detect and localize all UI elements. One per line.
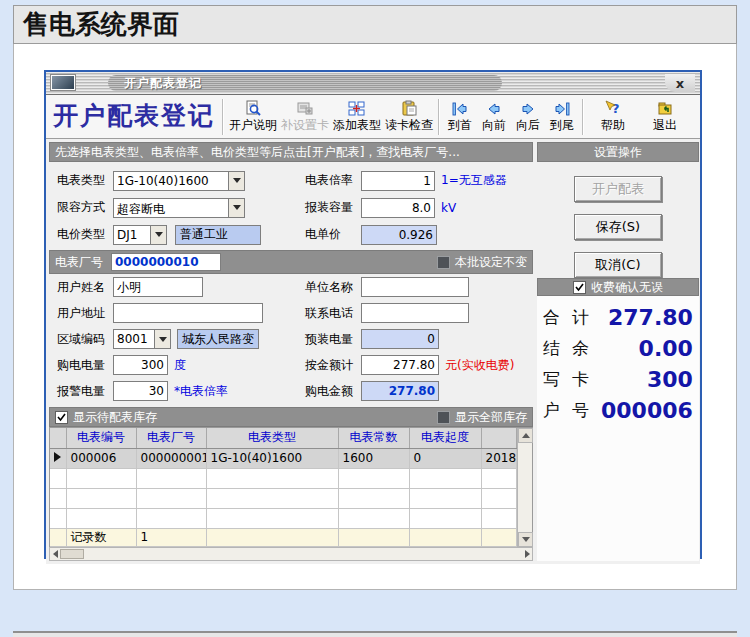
form-row: 报警电量 30 *电表倍率 购电金额 277.80 bbox=[49, 378, 533, 404]
exit-button[interactable]: 退出 bbox=[639, 96, 691, 138]
go-last-button[interactable]: 到尾 bbox=[545, 96, 579, 138]
card-check-icon bbox=[400, 100, 418, 117]
next-section-edge bbox=[13, 631, 737, 637]
by-amount-input[interactable]: 277.80 bbox=[361, 355, 439, 375]
toolbar-button-label: 到首 bbox=[448, 117, 472, 134]
close-button[interactable]: x bbox=[665, 74, 695, 92]
dialog-title-pill: 开户配表登记 bbox=[108, 75, 502, 91]
chevron-down-icon[interactable] bbox=[228, 199, 244, 217]
dialog-content: 先选择电表类型、电表倍率、电价类型等后点击[开户配表]，查找电表厂号... 电表… bbox=[46, 139, 700, 564]
table-row-empty[interactable] bbox=[50, 488, 517, 508]
fee-confirm-checkbox[interactable] bbox=[573, 281, 586, 294]
user-name-label: 用户姓名 bbox=[57, 279, 113, 296]
alarm-qty-input[interactable]: 30 bbox=[113, 381, 168, 401]
go-next-button[interactable]: 向后 bbox=[511, 96, 545, 138]
chevron-down-icon[interactable] bbox=[154, 330, 170, 348]
toolbar-separator bbox=[222, 99, 224, 135]
col-header-meter-no[interactable]: 电表编号 bbox=[66, 428, 136, 448]
vertical-scrollbar[interactable] bbox=[517, 428, 532, 547]
show-all-checkbox[interactable] bbox=[437, 411, 450, 424]
record-count-row: 记录数 1 bbox=[50, 528, 517, 546]
page-title: 售电系统界面 bbox=[23, 7, 179, 42]
meter-config-form: 电表类型 1G-10(40)1600 电表倍率 1 1=无互感器 bbox=[49, 162, 533, 248]
horizontal-scrollbar[interactable] bbox=[49, 547, 533, 561]
user-address-input[interactable] bbox=[113, 303, 263, 323]
meter-ratio-input[interactable]: 1 bbox=[361, 171, 435, 191]
col-header-start-reading[interactable]: 电表起度 bbox=[409, 428, 481, 448]
arrow-down-icon bbox=[522, 537, 530, 542]
phone-input[interactable] bbox=[361, 303, 469, 323]
purchase-qty-label: 购电电量 bbox=[57, 357, 113, 374]
open-account-help-button[interactable]: 开户说明 bbox=[227, 96, 279, 138]
save-button[interactable]: 保存(S) bbox=[574, 214, 662, 240]
cell-factory-no: 0000000010 bbox=[136, 448, 206, 468]
cancel-button[interactable]: 取消(C) bbox=[574, 252, 662, 278]
area-code-description: 城东人民路变 bbox=[177, 329, 259, 349]
factory-number-label: 电表厂号 bbox=[55, 254, 111, 271]
table-header-row: 电表编号 电表厂号 电表类型 电表常数 电表起度 bbox=[50, 428, 517, 448]
exit-icon bbox=[656, 100, 674, 117]
form-row: 电表类型 1G-10(40)1600 电表倍率 1 1=无互感器 bbox=[49, 167, 533, 194]
total-label: 合计 bbox=[543, 306, 601, 329]
page-title-bar: 售电系统界面 bbox=[13, 5, 737, 44]
go-first-button[interactable]: 到首 bbox=[443, 96, 477, 138]
add-meter-icon bbox=[348, 100, 366, 117]
user-name-input[interactable]: 小明 bbox=[113, 277, 203, 297]
help-button[interactable]: ? 帮助 bbox=[587, 96, 639, 138]
right-action-panel: 设置操作 开户配表 保存(S) 取消(C) 收费确认无误 合计 2 bbox=[537, 142, 699, 561]
doc-search-icon bbox=[244, 100, 262, 117]
table-row-empty[interactable] bbox=[50, 468, 517, 488]
chevron-down-icon[interactable] bbox=[150, 226, 166, 244]
factory-number-value: 0000000010 bbox=[115, 255, 199, 269]
record-count-label: 记录数 bbox=[66, 528, 136, 546]
toolbar-button-label: 向前 bbox=[482, 117, 506, 134]
check-icon bbox=[57, 413, 66, 422]
form-row: 电价类型 DJ1 普通工业 电单价 0.926 bbox=[49, 221, 533, 248]
factory-number-input[interactable]: 0000000010 bbox=[111, 253, 221, 271]
col-header-extra[interactable] bbox=[481, 428, 517, 448]
price-type-combobox[interactable]: DJ1 bbox=[113, 225, 167, 245]
dialog-titlebar[interactable]: 开户配表登记 x bbox=[46, 72, 700, 95]
summary-row-write-card: 写卡 300 bbox=[543, 364, 693, 395]
hint-text: 先选择电表类型、电表倍率、电价类型等后点击[开户配表]，查找电表厂号... bbox=[55, 144, 460, 161]
col-header-meter-type[interactable]: 电表类型 bbox=[206, 428, 338, 448]
table-row-empty[interactable] bbox=[50, 508, 517, 528]
open-account-config-button: 开户配表 bbox=[574, 176, 662, 202]
purchase-qty-input[interactable]: 300 bbox=[113, 355, 168, 375]
area-code-label: 区域编码 bbox=[57, 331, 113, 348]
cell-date: 2018- bbox=[481, 448, 517, 468]
toolbar-button-label: 到尾 bbox=[550, 117, 574, 134]
org-name-input[interactable] bbox=[361, 277, 469, 297]
preset-qty-field: 0 bbox=[361, 329, 439, 349]
capacity-input[interactable]: 8.0 bbox=[361, 198, 435, 218]
batch-fixed-checkbox[interactable] bbox=[437, 256, 450, 269]
add-meter-type-button[interactable]: 添加表型 bbox=[331, 96, 383, 138]
left-form-column: 先选择电表类型、电表倍率、电价类型等后点击[开户配表]，查找电表厂号... 电表… bbox=[49, 142, 533, 561]
read-card-check-button[interactable]: 读卡检查 bbox=[383, 96, 435, 138]
limit-mode-combobox[interactable]: 超容断电 bbox=[113, 198, 245, 218]
scroll-up-button[interactable] bbox=[518, 428, 533, 443]
toolbar-button-label: 帮助 bbox=[601, 117, 625, 134]
unit-price-field: 0.926 bbox=[361, 225, 437, 245]
org-name-label: 单位名称 bbox=[305, 279, 361, 296]
alarm-qty-label: 报警电量 bbox=[57, 383, 113, 400]
check-icon bbox=[575, 283, 584, 292]
svg-text:?: ? bbox=[612, 101, 620, 116]
by-amount-label: 按金额计 bbox=[305, 357, 361, 374]
purchase-amount-label: 购电金额 bbox=[305, 383, 361, 400]
col-header-constant[interactable]: 电表常数 bbox=[338, 428, 409, 448]
form-row: 用户地址 联系电话 bbox=[49, 300, 533, 326]
col-header-factory-no[interactable]: 电表厂号 bbox=[136, 428, 206, 448]
table-row-selected[interactable]: 000006 0000000010 1G-10(40)1600 1600 0 2… bbox=[50, 448, 517, 468]
scroll-down-button[interactable] bbox=[518, 532, 533, 547]
nav-prev-icon bbox=[485, 100, 503, 117]
go-previous-button[interactable]: 向前 bbox=[477, 96, 511, 138]
purchase-qty-unit: 度 bbox=[174, 357, 186, 374]
cell-meter-type: 1G-10(40)1600 bbox=[206, 448, 338, 468]
area-code-combobox[interactable]: 8001 bbox=[113, 329, 171, 349]
factory-number-bar: 电表厂号 0000000010 本批设定不变 bbox=[49, 250, 533, 274]
chevron-down-icon[interactable] bbox=[228, 172, 244, 190]
meter-type-combobox[interactable]: 1G-10(40)1600 bbox=[113, 171, 245, 191]
scrollbar-thumb[interactable] bbox=[60, 549, 84, 559]
show-pending-checkbox[interactable] bbox=[55, 411, 68, 424]
